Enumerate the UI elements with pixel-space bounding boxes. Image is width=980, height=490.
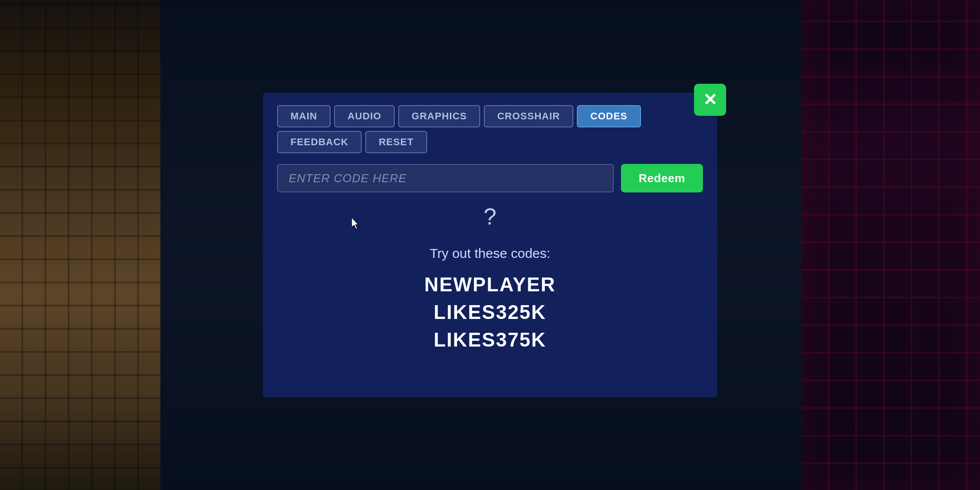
tab-reset[interactable]: RESET	[365, 131, 427, 153]
tab-crosshair[interactable]: CROSSHAIR	[484, 105, 573, 127]
code-input[interactable]	[277, 164, 614, 192]
tab-graphics[interactable]: GRAPHICS	[398, 105, 480, 127]
settings-dialog: ✕ MAIN AUDIO GRAPHICS CROSSHAIR CODES FE…	[263, 93, 717, 397]
codes-content: Try out these codes: NEWPLAYER LIKES325K…	[263, 237, 717, 371]
tab-codes[interactable]: CODES	[577, 105, 641, 127]
redeem-button[interactable]: Redeem	[621, 164, 703, 192]
tab-feedback[interactable]: FEEDBACK	[277, 131, 362, 153]
code-input-area: Redeem	[277, 164, 703, 192]
tab-audio[interactable]: AUDIO	[334, 105, 395, 127]
close-button[interactable]: ✕	[694, 84, 726, 116]
tab-main[interactable]: MAIN	[277, 105, 331, 127]
tab-bar: MAIN AUDIO GRAPHICS CROSSHAIR CODES FEED…	[263, 93, 717, 164]
code-item-1: NEWPLAYER	[277, 274, 703, 296]
question-mark-icon: ?	[484, 203, 497, 230]
try-out-label: Try out these codes:	[277, 246, 703, 261]
code-item-3: LIKES375K	[277, 329, 703, 351]
code-item-2: LIKES325K	[277, 301, 703, 323]
question-area: ?	[263, 192, 717, 237]
close-icon: ✕	[703, 90, 717, 110]
